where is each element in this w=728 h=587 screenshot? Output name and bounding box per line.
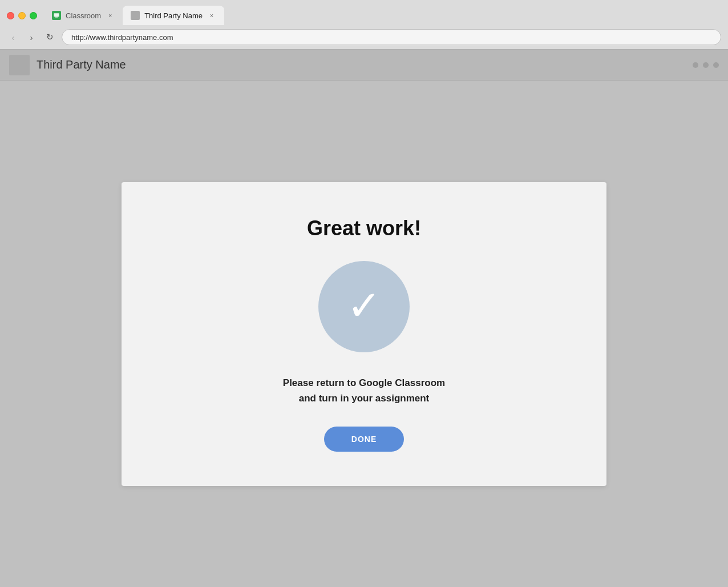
third-party-favicon xyxy=(131,11,140,20)
close-button[interactable] xyxy=(7,12,14,19)
classroom-favicon xyxy=(52,11,61,20)
app-header-dots xyxy=(693,62,719,68)
header-dot-2 xyxy=(703,62,709,68)
card-message-line1: Please return to Google Classroom xyxy=(283,377,445,388)
svg-rect-0 xyxy=(54,13,59,17)
traffic-lights xyxy=(7,12,37,19)
reload-button[interactable]: ↻ xyxy=(43,31,56,43)
minimize-button[interactable] xyxy=(18,12,26,19)
third-party-tab-close[interactable]: × xyxy=(207,11,216,20)
card-message: Please return to Google Classroom and tu… xyxy=(283,375,445,406)
checkmark-icon: ✓ xyxy=(347,285,381,326)
app-header-title: Third Party Name xyxy=(37,58,126,71)
tab-classroom[interactable]: Classroom × xyxy=(44,6,123,25)
header-dot-3 xyxy=(713,62,719,68)
card-title: Great work! xyxy=(307,216,421,240)
maximize-button[interactable] xyxy=(30,12,37,19)
done-button[interactable]: DONE xyxy=(324,427,404,452)
classroom-tab-label: Classroom xyxy=(66,11,101,20)
classroom-tab-close[interactable]: × xyxy=(106,11,115,20)
card-message-line2: and turn in your assignment xyxy=(299,393,430,404)
svg-rect-1 xyxy=(55,17,58,18)
third-party-tab-label: Third Party Name xyxy=(144,11,203,20)
address-text: http://www.thirdpartyname.com xyxy=(71,33,173,42)
header-dot-1 xyxy=(693,62,698,68)
check-circle: ✓ xyxy=(318,261,410,352)
content-card: Great work! ✓ Please return to Google Cl… xyxy=(122,182,606,486)
page-background: Great work! ✓ Please return to Google Cl… xyxy=(0,81,728,587)
forward-button[interactable]: › xyxy=(25,31,38,43)
app-logo xyxy=(9,55,30,75)
title-bar: Classroom × Third Party Name × xyxy=(0,0,728,25)
tab-third-party[interactable]: Third Party Name × xyxy=(123,6,224,25)
app-header: Third Party Name xyxy=(0,50,728,81)
address-bar[interactable]: http://www.thirdpartyname.com xyxy=(62,29,721,45)
address-bar-row: ‹ › ↻ http://www.thirdpartyname.com xyxy=(0,25,728,49)
back-button[interactable]: ‹ xyxy=(7,31,19,43)
tab-bar: Classroom × Third Party Name × xyxy=(44,6,721,25)
